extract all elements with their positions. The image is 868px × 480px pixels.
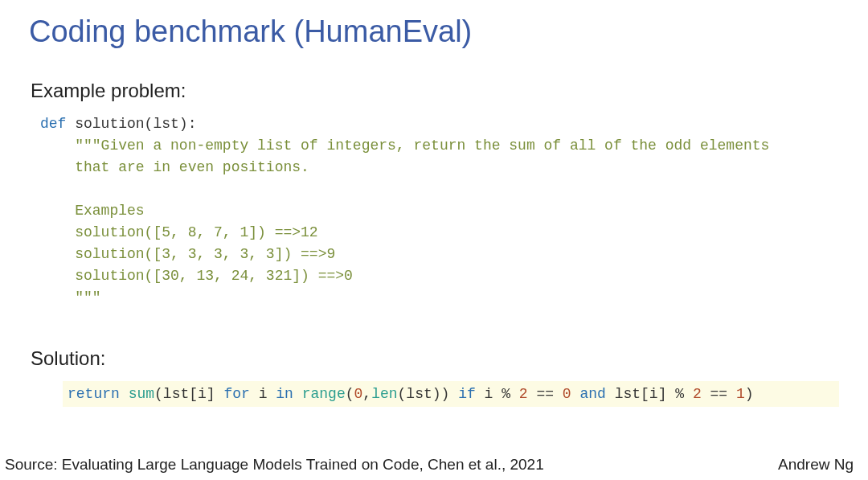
- code-token: that are in even positions.: [40, 159, 309, 175]
- code-token: [293, 386, 302, 402]
- code-token: for: [223, 386, 249, 402]
- code-token: 0: [563, 386, 571, 402]
- slide-title: Coding benchmark (HumanEval): [0, 0, 868, 49]
- code-token: in: [276, 386, 293, 402]
- code-token: """Given a non-empty list of integers, r…: [40, 137, 769, 154]
- footer: Source: Evaluating Large Language Models…: [0, 456, 868, 474]
- example-label: Example problem:: [0, 80, 868, 102]
- code-token: return: [68, 386, 120, 402]
- code-token: solution([30, 13, 24, 321]) ==>0: [40, 268, 353, 284]
- code-token: (: [346, 386, 354, 402]
- code-token: range: [302, 386, 346, 402]
- code-token: if: [458, 386, 476, 402]
- example-code: def solution(lst): """Given a non-empty …: [0, 113, 868, 309]
- code-token: (lst[i]: [154, 386, 223, 402]
- code-token: """: [40, 289, 101, 306]
- author-name: Andrew Ng: [778, 456, 854, 474]
- source-citation: Source: Evaluating Large Language Models…: [5, 456, 544, 474]
- code-token: [120, 386, 129, 402]
- code-token: lst[i] %: [606, 386, 693, 402]
- code-token: 2: [693, 386, 702, 402]
- code-token: i %: [476, 386, 519, 402]
- code-token: Examples: [40, 203, 145, 219]
- solution-code: return sum(lst[i] for i in range(0,len(l…: [63, 381, 839, 407]
- code-token: len: [371, 386, 397, 402]
- code-token: i: [250, 386, 276, 402]
- code-token: def: [40, 116, 66, 132]
- code-token: ==: [528, 386, 563, 402]
- code-token: (lst)): [398, 386, 459, 402]
- code-token: solution(lst):: [66, 116, 196, 132]
- code-token: [571, 386, 580, 402]
- code-token: 2: [519, 386, 528, 402]
- code-token: ,: [362, 386, 371, 402]
- code-token: solution([3, 3, 3, 3, 3]) ==>9: [40, 246, 335, 262]
- code-token: and: [579, 386, 605, 402]
- solution-label: Solution:: [0, 347, 868, 370]
- code-token: sum: [129, 386, 154, 402]
- code-token: 1: [736, 386, 745, 402]
- code-token: solution([5, 8, 7, 1]) ==>12: [40, 224, 318, 240]
- example-section: Example problem: def solution(lst): """G…: [0, 80, 868, 309]
- code-token: 0: [354, 386, 363, 402]
- code-token: ==: [702, 386, 736, 402]
- solution-section: Solution: return sum(lst[i] for i in ran…: [0, 347, 868, 407]
- code-token: ): [745, 386, 754, 402]
